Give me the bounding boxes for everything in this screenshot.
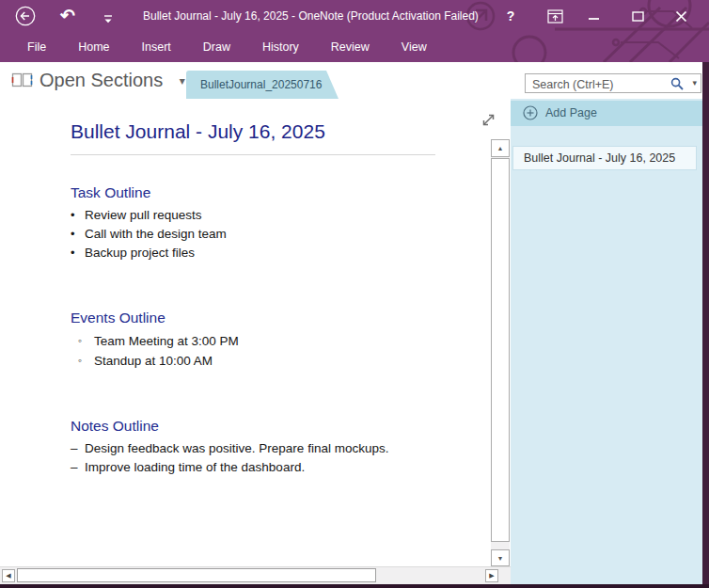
pages-list: Bullet Journal - July 16, 2025 [512,146,697,174]
add-page-label: Add Page [545,101,597,126]
note-item[interactable]: ◦Standup at 10:00 AM [78,351,451,371]
bullet-glyph: – [71,458,85,477]
ribbon-tab-insert[interactable]: Insert [126,33,187,62]
bullet-glyph: – [71,439,85,458]
window-border-right [702,62,709,588]
ribbon-tab-bar: FileHomeInsertDrawHistoryReviewView [0,33,709,62]
note-section: Task Outline•Review pull requests•Call w… [71,184,451,262]
horizontal-scrollbar-thumb[interactable] [17,568,376,582]
horizontal-scrollbar[interactable]: ◀ ▶ [0,566,511,584]
window-title: Bullet Journal - July 16, 2025 - OneNote… [143,0,479,33]
ribbon-tab-view[interactable]: View [386,33,443,62]
note-list: •Review pull requests•Call with the desi… [71,206,451,262]
ribbon-display-options-button[interactable] [540,0,570,33]
note-item[interactable]: •Backup project files [71,244,451,262]
chevron-down-icon: ▾ [180,74,185,87]
note-item[interactable]: •Review pull requests [71,206,451,225]
maximize-icon [632,11,644,22]
note-section: Notes Outline–Design feedback was positi… [71,418,451,476]
onenote-window: ↶ Bullet Journal - July 16, 2025 - OneNo… [0,0,709,588]
window-border-bottom [0,584,709,588]
scroll-up-button[interactable]: ▲ [491,139,510,157]
ribbon-tab-home[interactable]: Home [62,33,125,62]
note-item[interactable]: –Design feedback was positive. Prepare f… [71,439,451,458]
page-title[interactable]: Bullet Journal - July 16, 2025 [71,120,435,155]
undo-button[interactable]: ↶ [56,3,79,29]
search-icon[interactable] [670,77,684,94]
close-button[interactable] [666,0,696,33]
minimize-button[interactable] [579,0,609,33]
back-button[interactable] [15,6,36,26]
quick-access-customize-button[interactable] [103,11,113,21]
bullet-glyph: • [71,206,85,225]
page-canvas[interactable]: Bullet Journal - July 16, 2025 Task Outl… [0,99,511,566]
ribbon-display-options-icon [547,9,563,24]
section-heading[interactable]: Task Outline [71,184,451,201]
triangle-up-icon: ▲ [497,145,504,151]
scroll-left-button[interactable]: ◀ [2,569,15,582]
note-section: Events Outline◦Team Meeting at 3:00 PM◦S… [71,310,451,371]
add-page-button[interactable]: Add Page [511,101,702,126]
note-item-text: Backup project files [85,244,195,262]
undo-icon: ↶ [60,6,75,25]
page-content: Bullet Journal - July 16, 2025 Task Outl… [71,120,451,476]
open-sections-label: Open Sections [39,70,163,90]
page-body: Task Outline•Review pull requests•Call w… [71,184,451,476]
search-input[interactable] [530,75,666,93]
ribbon-tab-history[interactable]: History [246,33,315,62]
page-list-item[interactable]: Bullet Journal - July 16, 2025 [512,146,697,170]
maximize-button[interactable] [622,0,653,33]
bullet-glyph: • [71,225,85,244]
minimize-icon [589,11,600,23]
section-tab-bulletjournal[interactable]: BulletJournal_20250716 [186,71,339,99]
note-item-text: Call with the design team [85,225,227,244]
bullet-glyph: • [71,244,85,262]
note-item-text: Review pull requests [85,206,202,225]
note-list: ◦Team Meeting at 3:00 PM◦Standup at 10:0… [71,331,451,371]
ribbon-tab-review[interactable]: Review [315,33,386,62]
add-page-plus-icon [523,105,538,124]
note-list: –Design feedback was positive. Prepare f… [71,439,451,476]
page-list-sidebar: Add Page Bullet Journal - July 16, 2025 [511,99,702,584]
titlebar: ↶ Bullet Journal - July 16, 2025 - OneNo… [0,0,709,62]
scroll-right-button[interactable]: ▶ [485,569,498,582]
note-item[interactable]: •Call with the design team [71,225,451,244]
note-item-text: Design feedback was positive. Prepare fi… [85,439,388,458]
customize-toolbar-icon [103,15,113,24]
close-icon [675,10,687,23]
ribbon-tab-draw[interactable]: Draw [187,33,246,62]
back-icon [15,6,36,26]
vertical-scrollbar[interactable]: ▲ ▼ [491,139,510,566]
open-sections-dropdown[interactable]: Open Sections ▾ [39,62,185,99]
expand-diagonal-icon [480,111,497,129]
note-item-text: Standup at 10:00 AM [94,351,213,371]
search-box: ▾ [525,73,701,93]
help-button[interactable]: ? [500,0,521,33]
note-item-text: Team Meeting at 3:00 PM [94,331,239,351]
section-heading[interactable]: Events Outline [71,310,451,326]
scroll-down-button[interactable]: ▼ [491,549,510,566]
section-heading[interactable]: Notes Outline [71,418,451,435]
triangle-left-icon: ◀ [6,572,10,579]
notebook-icon [11,72,33,93]
note-item-text: Improve loading time of the dashboard. [85,458,305,477]
note-item[interactable]: –Improve loading time of the dashboard. [71,458,451,477]
navigation-bar: Open Sections ▾ BulletJournal_20250716 ▾ [0,62,709,99]
triangle-down-icon: ▼ [497,555,504,562]
note-item[interactable]: ◦Team Meeting at 3:00 PM [78,331,451,351]
ribbon-tab-file[interactable]: File [11,33,62,62]
triangle-right-icon: ▶ [489,572,494,579]
help-icon: ? [507,8,515,24]
full-page-view-button[interactable] [480,111,498,130]
bullet-glyph: ◦ [78,331,94,351]
search-scope-dropdown-icon[interactable]: ▾ [692,74,697,92]
bullet-glyph: ◦ [78,351,94,371]
vertical-scrollbar-thumb[interactable] [491,158,510,542]
